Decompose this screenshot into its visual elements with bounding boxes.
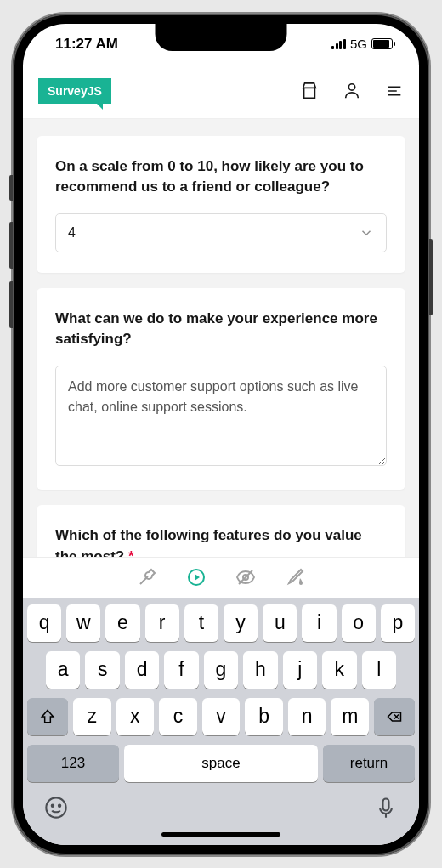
menu-icon[interactable] [385, 82, 404, 100]
phone-frame: 11:27 AM 5G SurveyJS On a [13, 14, 429, 855]
key-w[interactable]: w [66, 604, 100, 642]
key-q[interactable]: q [27, 604, 61, 642]
chevron-down-icon [359, 225, 374, 241]
question-title: On a scale from 0 to 10, how likely are … [55, 156, 387, 198]
keyboard-bottom [27, 789, 415, 820]
key-z[interactable]: z [73, 698, 111, 735]
key-b[interactable]: b [245, 698, 283, 735]
key-a[interactable]: a [46, 651, 80, 689]
home-indicator[interactable] [23, 825, 419, 845]
wrench-icon[interactable] [137, 567, 157, 587]
keyboard-row-2: a s d f g h j k l [27, 651, 415, 689]
key-shift[interactable] [27, 698, 68, 735]
key-t[interactable]: t [184, 604, 218, 642]
svg-point-11 [52, 804, 54, 806]
network-label: 5G [350, 37, 367, 51]
svg-rect-13 [383, 798, 389, 810]
bottom-toolbar [23, 557, 419, 598]
app-header: SurveyJS [23, 65, 419, 119]
key-v[interactable]: v [202, 698, 241, 735]
key-n[interactable]: n [288, 698, 326, 735]
screen: 11:27 AM 5G SurveyJS On a [23, 24, 419, 845]
question-card-features: Which of the following features do you v… [37, 505, 405, 556]
key-l[interactable]: l [362, 651, 396, 689]
key-m[interactable]: m [331, 698, 369, 735]
key-c[interactable]: c [159, 698, 197, 735]
dropdown-value: 4 [68, 225, 76, 241]
key-d[interactable]: d [125, 651, 159, 689]
key-y[interactable]: y [224, 604, 258, 642]
key-o[interactable]: o [342, 604, 376, 642]
key-s[interactable]: s [85, 651, 119, 689]
key-h[interactable]: h [243, 651, 277, 689]
svg-point-10 [46, 797, 65, 817]
cart-icon[interactable] [300, 82, 319, 100]
svg-marker-5 [195, 574, 200, 581]
key-g[interactable]: g [204, 651, 238, 689]
paint-icon[interactable] [285, 567, 305, 587]
key-x[interactable]: x [116, 698, 155, 735]
eye-off-icon[interactable] [235, 567, 256, 587]
key-return[interactable]: return [323, 745, 415, 782]
question-card-nps: On a scale from 0 to 10, how likely are … [37, 136, 405, 273]
svg-point-0 [348, 84, 354, 90]
power-button [429, 239, 433, 315]
key-f[interactable]: f [164, 651, 198, 689]
key-e[interactable]: e [105, 604, 139, 642]
keyboard-row-3: z x c v b n m [27, 698, 415, 735]
rating-dropdown[interactable]: 4 [55, 213, 387, 252]
keyboard: q w e r t y u i o p a s d f g h j k l [23, 598, 419, 825]
question-card-feedback: What can we do to make your experience m… [37, 288, 405, 490]
battery-icon [371, 38, 395, 49]
notch [156, 24, 287, 51]
mic-icon[interactable] [374, 796, 398, 820]
key-j[interactable]: j [283, 651, 317, 689]
keyboard-row-1: q w e r t y u i o p [27, 604, 415, 642]
key-space[interactable]: space [124, 745, 318, 782]
feedback-input[interactable] [55, 366, 387, 466]
key-k[interactable]: k [322, 651, 356, 689]
signal-icon [332, 39, 346, 49]
emoji-icon[interactable] [44, 796, 68, 820]
volume-up [9, 222, 13, 269]
play-preview-icon[interactable] [186, 567, 207, 587]
key-p[interactable]: p [381, 604, 415, 642]
keyboard-row-4: 123 space return [27, 745, 415, 782]
logo[interactable]: SurveyJS [38, 78, 111, 104]
question-title: Which of the following features do you v… [55, 525, 387, 556]
required-mark: * [128, 548, 134, 557]
mute-switch [9, 175, 13, 201]
status-time: 11:27 AM [55, 36, 118, 53]
volume-down [9, 281, 13, 328]
key-u[interactable]: u [263, 604, 297, 642]
user-icon[interactable] [343, 82, 361, 100]
key-r[interactable]: r [145, 604, 179, 642]
question-title: What can we do to make your experience m… [55, 309, 387, 350]
survey-area[interactable]: On a scale from 0 to 10, how likely are … [23, 119, 419, 557]
key-numbers[interactable]: 123 [27, 745, 119, 782]
key-i[interactable]: i [302, 604, 336, 642]
svg-point-12 [59, 804, 60, 806]
key-backspace[interactable] [374, 698, 415, 735]
